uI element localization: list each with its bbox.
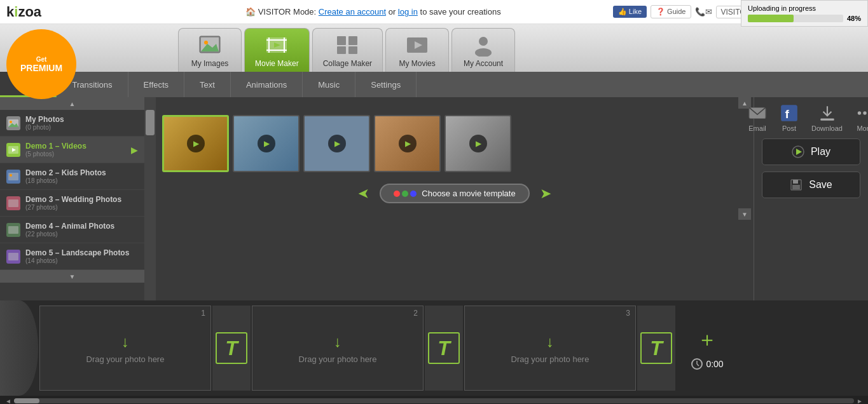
choose-template-button[interactable]: Choose a movie template — [380, 184, 529, 203]
scroll-track[interactable] — [14, 398, 854, 403]
tab-collage-maker[interactable]: Collage Maker — [312, 28, 383, 72]
sidebar-scrollbar[interactable] — [144, 97, 156, 300]
tab-effects[interactable]: Effects — [128, 72, 185, 97]
text-block-1[interactable]: T — [212, 306, 251, 391]
visitor-bar: 🏠 VISITOR Mode: Create an account or log… — [134, 7, 613, 17]
photo-thumb-3[interactable] — [303, 115, 370, 172]
contact-button[interactable]: 📞✉ — [695, 7, 712, 17]
photo-thumb-2[interactable] — [233, 115, 300, 172]
tab-animations[interactable]: Animations — [231, 72, 303, 97]
scroll-right-button[interactable]: ► — [854, 398, 865, 405]
sidebar-scroll-down[interactable]: ▼ — [0, 270, 144, 283]
more-icon — [855, 104, 868, 123]
play-button-icon — [792, 145, 804, 158]
template-dots — [394, 191, 417, 197]
header: kizoa 🏠 VISITOR Mode: Create an account … — [0, 0, 868, 24]
tab-settings[interactable]: Settings — [355, 72, 417, 97]
add-plus-icon: ＋ — [697, 326, 717, 354]
add-more-button[interactable]: ＋ 0:00 — [675, 300, 739, 396]
photo-thumb-4[interactable] — [374, 115, 441, 172]
svg-point-14 — [479, 37, 488, 46]
svg-rect-35 — [793, 180, 798, 184]
play-overlay-3 — [328, 135, 346, 152]
text-t-2[interactable]: T — [428, 332, 460, 364]
tab-my-movies[interactable]: My Movies — [385, 28, 449, 72]
upload-title: Uploading in progress — [748, 4, 861, 12]
scroll-thumb[interactable] — [14, 398, 39, 403]
save-button[interactable]: Save — [762, 172, 860, 198]
demo5-icon — [6, 250, 20, 264]
play-overlay-5 — [469, 135, 487, 152]
tab-music[interactable]: Music — [303, 72, 355, 97]
sidebar-item-demo2[interactable]: Demo 2 – Kids Photos (18 photos) — [0, 163, 144, 190]
svg-rect-11 — [337, 46, 346, 54]
tab-my-account[interactable]: My Account — [451, 28, 515, 72]
drop-zone-2[interactable]: 2 ↓ Drag your photo here — [252, 306, 424, 391]
svg-point-29 — [858, 111, 861, 114]
timeline: 1 ↓ Drag your photo here T 2 ↓ Drag your… — [0, 300, 868, 396]
collage-maker-icon — [336, 34, 359, 57]
sidebar-item-my-photos[interactable]: My Photos (0 photo) — [0, 110, 144, 137]
create-account-link[interactable]: Create an account — [319, 7, 386, 17]
center-content: ▲ — [156, 97, 754, 300]
premium-badge[interactable]: Get PREMIUM — [6, 29, 76, 99]
svg-rect-23 — [8, 226, 18, 234]
tab-text[interactable]: Text — [184, 72, 231, 97]
demo4-icon — [6, 223, 20, 237]
sidebar-item-demo3[interactable]: Demo 3 – Wedding Photos (27 photos) — [0, 190, 144, 217]
dot-green — [402, 191, 408, 197]
sidebar-item-demo1[interactable]: Demo 1 – Videos (5 photos) ▶ — [0, 137, 144, 163]
photo-thumb-1[interactable] — [162, 115, 229, 172]
svg-marker-33 — [796, 149, 802, 155]
download-action[interactable]: Download — [811, 104, 843, 132]
sidebar-item-demo4[interactable]: Demo 4 – Animal Photos (22 photos) — [0, 217, 144, 243]
timeline-curve — [0, 300, 38, 396]
sidebar-scroll-thumb[interactable] — [146, 110, 155, 135]
tab-movie-maker[interactable]: Movie Maker — [244, 28, 310, 72]
drop-zone-1[interactable]: 1 ↓ Drag your photo here — [39, 306, 211, 391]
photo-strip — [156, 109, 754, 178]
secondary-tabs: Photos Transitions Effects Text Animatio… — [0, 72, 868, 97]
text-block-2[interactable]: T — [425, 306, 463, 391]
svg-point-21 — [10, 174, 12, 177]
save-button-icon — [790, 178, 803, 191]
post-action[interactable]: f Post — [780, 104, 799, 132]
template-bar: ➤ Choose a movie template ➤ — [156, 178, 754, 208]
more-action[interactable]: More — [855, 104, 868, 132]
sidebar-scroll-up[interactable]: ▲ — [0, 97, 144, 110]
text-t-3[interactable]: T — [640, 332, 672, 364]
fb-like-button[interactable]: 👍 Like — [613, 6, 647, 18]
sidebar-item-demo5[interactable]: Demo 5 – Landscape Photos (14 photos) — [0, 243, 144, 270]
photo-thumb-5[interactable] — [444, 115, 511, 172]
email-action[interactable]: Email — [748, 104, 767, 132]
scroll-left-button[interactable]: ◄ — [3, 398, 14, 405]
logo[interactable]: kizoa — [6, 4, 41, 20]
svg-point-15 — [475, 48, 492, 57]
log-in-link[interactable]: log in — [398, 7, 418, 17]
play-overlay-4 — [399, 135, 417, 152]
svg-rect-24 — [8, 253, 18, 260]
text-t-1[interactable]: T — [216, 332, 247, 364]
text-block-3[interactable]: T — [637, 306, 675, 391]
svg-rect-9 — [337, 36, 346, 45]
play-button[interactable]: Play — [762, 138, 860, 165]
svg-point-30 — [863, 111, 866, 114]
upload-progress-popup: Uploading in progress 48% — [741, 0, 868, 27]
my-account-icon — [472, 34, 495, 57]
dot-red — [394, 191, 400, 197]
drop-arrow-2: ↓ — [334, 333, 341, 351]
premium-text-label: PREMIUM — [20, 63, 62, 73]
svg-rect-12 — [348, 46, 357, 54]
content-scroll-down[interactable]: ▼ — [738, 208, 751, 220]
drop-zone-3[interactable]: 3 ↓ Drag your photo here — [464, 306, 636, 391]
timer-display: 0:00 — [691, 358, 723, 370]
template-arrow-right: ➤ — [540, 185, 551, 202]
tab-my-images[interactable]: My Images — [178, 28, 242, 72]
svg-point-17 — [10, 121, 12, 123]
guide-button[interactable]: ❓ Guide — [651, 5, 691, 18]
svg-rect-28 — [820, 119, 834, 121]
demo1-icon — [6, 143, 20, 157]
svg-rect-22 — [8, 199, 18, 207]
horizontal-scrollbar[interactable]: ◄ ► — [0, 396, 868, 404]
svg-rect-26 — [781, 105, 797, 121]
